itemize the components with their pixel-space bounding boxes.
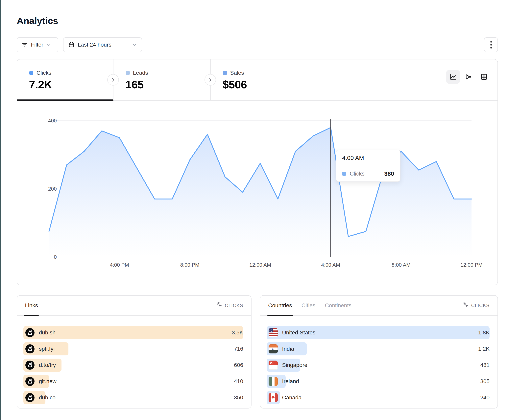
link-row-d-to-try[interactable]: d.to/try 606 xyxy=(23,359,243,372)
tab-countries[interactable]: Countries xyxy=(268,296,292,315)
list-item-label: India xyxy=(282,346,294,352)
link-row-git-new[interactable]: git.new 410 xyxy=(23,375,243,388)
links-panel-header: Links CLICKS xyxy=(17,296,251,316)
clicks-legend-square xyxy=(29,71,33,75)
chevron-down-icon xyxy=(46,42,51,47)
list-item-label: dub.co xyxy=(39,394,56,401)
x-axis-tick: 8:00 PM xyxy=(180,262,200,268)
link-row-dub-sh[interactable]: dub.sh 3.5K xyxy=(23,326,243,339)
canada-flag-icon xyxy=(269,393,278,402)
links-metric-toggle[interactable]: CLICKS xyxy=(217,302,243,309)
list-item-value: 240 xyxy=(480,391,490,404)
active-tab-indicator xyxy=(267,315,293,316)
list-item-value: 3.5K xyxy=(232,326,243,339)
links-list: dub.sh 3.5K spti.fyi 716 d.to/try 606 xyxy=(23,326,243,407)
chevron-down-icon xyxy=(132,42,137,47)
list-item-value: 1.8K xyxy=(478,326,490,339)
tab-cities[interactable]: Cities xyxy=(301,296,315,315)
y-axis-tick: 400 xyxy=(19,118,57,124)
analytics-card: Clicks 7.2K Leads 165 Sales $506 xyxy=(17,59,498,285)
country-row-india[interactable]: India 1.2K xyxy=(267,342,490,355)
date-range-button[interactable]: Last 24 hours xyxy=(63,37,142,52)
date-range-label: Last 24 hours xyxy=(78,42,112,48)
link-row-spti-fyi[interactable]: spti.fyi 716 xyxy=(23,342,243,355)
filter-button[interactable]: Filter xyxy=(17,37,58,52)
stat-tab-sales[interactable]: Sales $506 xyxy=(211,59,308,100)
list-item-label: dub.sh xyxy=(39,329,56,336)
clicks-area-chart[interactable]: 0200400 4:00 PM8:00 PM12:00 AM4:00 AM8:0… xyxy=(17,100,498,286)
list-item-value: 350 xyxy=(234,391,243,404)
list-item-value: 716 xyxy=(234,342,243,355)
list-item-value: 305 xyxy=(480,375,490,388)
list-item-value: 410 xyxy=(234,375,243,388)
kebab-dot xyxy=(490,41,492,43)
table-view-button[interactable] xyxy=(477,70,491,84)
more-options-button[interactable] xyxy=(484,37,498,52)
tooltip-value: 380 xyxy=(384,170,394,177)
tab-cities-label: Cities xyxy=(301,302,315,309)
funnel-view-button[interactable] xyxy=(462,70,475,84)
expand-sales-button[interactable] xyxy=(204,74,216,86)
us-flag-icon xyxy=(269,328,278,337)
value-bar xyxy=(23,326,243,339)
stat-value: $506 xyxy=(223,78,247,91)
cursor-click-icon-slot xyxy=(463,302,469,309)
filter-bars-icon xyxy=(22,42,28,48)
country-row-ireland[interactable]: Ireland 305 xyxy=(267,375,490,388)
active-tab-indicator xyxy=(24,315,39,316)
tab-continents[interactable]: Continents xyxy=(325,296,351,315)
expand-leads-button[interactable] xyxy=(107,74,119,86)
filter-button-label: Filter xyxy=(31,42,43,48)
area-chart-svg xyxy=(17,100,498,286)
x-axis-tick: 4:00 AM xyxy=(321,262,340,268)
dub-logo-icon xyxy=(25,361,35,370)
stat-value: 7.2K xyxy=(29,78,52,91)
stat-tab-clicks[interactable]: Clicks 7.2K xyxy=(17,59,113,100)
singapore-flag-icon xyxy=(269,361,278,370)
dub-logo-icon xyxy=(25,393,35,402)
leads-legend-square xyxy=(126,71,130,75)
countries-metric-toggle[interactable]: CLICKS xyxy=(463,302,490,309)
links-metric-label: CLICKS xyxy=(225,303,243,308)
x-axis-tick: 12:00 PM xyxy=(460,262,482,268)
india-flag-icon xyxy=(269,344,278,354)
list-item-label: git.new xyxy=(39,378,57,384)
tab-links[interactable]: Links xyxy=(25,296,38,315)
dub-logo-icon xyxy=(25,361,35,370)
flag-ie-icon xyxy=(269,377,278,386)
countries-metric-label: CLICKS xyxy=(471,303,490,308)
link-row-dub-co[interactable]: dub.co 350 xyxy=(23,391,243,404)
list-item-label: spti.fyi xyxy=(39,346,54,352)
tooltip-legend-square xyxy=(342,172,346,176)
kebab-dot xyxy=(490,47,492,49)
dub-logo-icon xyxy=(25,328,35,337)
stats-row: Clicks 7.2K Leads 165 Sales $506 xyxy=(17,59,498,101)
dub-logo-icon xyxy=(25,328,35,337)
x-axis-tick: 4:00 PM xyxy=(110,262,129,268)
list-item-label: Singapore xyxy=(282,362,307,368)
links-panel: Links CLICKS dub.sh 3.5K xyxy=(17,295,252,408)
country-row-canada[interactable]: Canada 240 xyxy=(267,391,490,404)
page-title: Analytics xyxy=(17,15,58,26)
window-edge xyxy=(0,0,1,420)
flag-in-icon xyxy=(269,344,278,354)
sales-legend-square xyxy=(223,71,227,75)
country-row-united-states[interactable]: United States 1.8K xyxy=(267,326,490,339)
calendar-icon xyxy=(68,42,75,48)
table-grid-icon xyxy=(480,73,488,80)
dub-logo-icon xyxy=(25,344,35,354)
dub-logo-icon xyxy=(25,344,35,354)
chevron-right-icon xyxy=(111,78,115,82)
flag-us-icon xyxy=(269,328,278,337)
x-axis-tick: 12:00 AM xyxy=(249,262,271,268)
line-chart-view-button[interactable] xyxy=(446,70,460,84)
tab-countries-label: Countries xyxy=(268,302,292,309)
chevron-right-icon xyxy=(208,78,212,82)
cursor-click-icon xyxy=(217,302,222,308)
tooltip-time: 4:00 AM xyxy=(336,150,400,166)
list-item-label: d.to/try xyxy=(39,362,56,368)
dub-logo-icon xyxy=(25,377,35,386)
stat-tab-leads[interactable]: Leads 165 xyxy=(113,59,210,100)
list-item-value: 606 xyxy=(234,359,243,372)
country-row-singapore[interactable]: Singapore 481 xyxy=(267,359,490,372)
